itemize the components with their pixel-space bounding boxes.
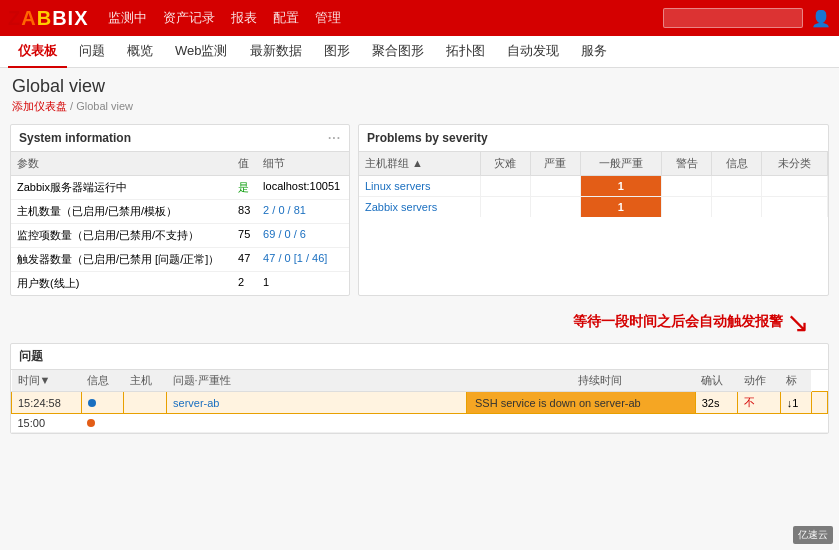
prob-sev-cell-0-0[interactable]: Linux servers: [359, 176, 480, 197]
prob-sev-cell-1-2: [530, 197, 580, 218]
logo: ZABBIX: [8, 7, 88, 30]
nav-reports[interactable]: 报表: [231, 9, 257, 27]
prob-sev-cell-1-3: 1: [580, 197, 662, 218]
problem-row: 15:24:58server-abSSH service is down on …: [12, 392, 828, 414]
problem-action: [780, 414, 811, 433]
prob-sev-cell-0-2: [530, 176, 580, 197]
problem-dot: [81, 392, 124, 414]
subnav-problems[interactable]: 问题: [69, 36, 115, 68]
subnav-graphs[interactable]: 图形: [314, 36, 360, 68]
sys-detail-3: 47 / 0 [1 / 46]: [257, 248, 349, 272]
prob-sev-col-2: 严重: [530, 152, 580, 176]
col-param: 参数: [11, 152, 232, 176]
host-group-link[interactable]: Zabbix servers: [365, 201, 437, 213]
problem-desc: SSH service is down on server-ab: [467, 392, 696, 414]
subnav-dashboard[interactable]: 仪表板: [8, 36, 67, 68]
sys-param-4: 用户数(线上): [11, 272, 232, 296]
col-time: 时间▼: [12, 370, 82, 392]
system-info-panel: System information ··· 参数 值 细节 Zabbix服务器…: [10, 124, 350, 296]
problem-duration: 32s: [695, 392, 738, 414]
problems-severity-header: Problems by severity: [359, 125, 828, 152]
problem-info: [124, 414, 167, 433]
search-input[interactable]: [663, 8, 803, 28]
subnav-latest[interactable]: 最新数据: [240, 36, 312, 68]
host-link[interactable]: server-ab: [173, 397, 219, 409]
col-duration: 持续时间: [572, 370, 695, 392]
col-action: 动作: [738, 370, 781, 392]
nav-assets[interactable]: 资产记录: [163, 9, 215, 27]
col-ack: 确认: [695, 370, 738, 392]
problems-severity-table: 主机群组 ▲灾难严重一般严重警告信息未分类 Linux servers1Zabb…: [359, 152, 828, 217]
breadcrumb-home[interactable]: 添加仪表盘: [12, 100, 67, 112]
nav-monitor[interactable]: 监测中: [108, 9, 147, 27]
page-title-bar: Global view 添加仪表盘 / Global view: [0, 68, 839, 118]
prob-sev-col-4: 警告: [662, 152, 712, 176]
sys-value-2: 75: [232, 224, 257, 248]
value-yes: 是: [238, 181, 249, 193]
subnav-web[interactable]: Web监测: [165, 36, 238, 68]
prob-sev-cell-1-0[interactable]: Zabbix servers: [359, 197, 480, 218]
nav-config[interactable]: 配置: [273, 9, 299, 27]
detail-link[interactable]: 2 / 0 / 81: [263, 204, 306, 216]
sys-param-1: 主机数量（已启用/已禁用/模板）: [11, 200, 232, 224]
prob-sev-col-5: 信息: [712, 152, 762, 176]
page-title: Global view: [12, 76, 827, 97]
col-value: 值: [232, 152, 257, 176]
problem-dot: [81, 414, 124, 433]
problem-time: 15:00: [12, 414, 82, 433]
prob-sev-col-1: 灾难: [480, 152, 530, 176]
breadcrumb-current: Global view: [76, 100, 133, 112]
col-empty4: [546, 370, 572, 392]
detail-link[interactable]: 69 / 0 / 6: [263, 228, 306, 240]
problem-ack[interactable]: 不: [738, 392, 781, 414]
col-host: 主机: [124, 370, 167, 392]
panel-dots[interactable]: ···: [328, 131, 341, 145]
prob-sev-col-0: 主机群组 ▲: [359, 152, 480, 176]
col-tag: 标: [780, 370, 811, 392]
col-empty3: [519, 370, 545, 392]
sys-detail-0: localhost:10051: [257, 176, 349, 200]
sub-navbar: 仪表板 问题 概览 Web监测 最新数据 图形 聚合图形 拓扑图 自动发现 服务: [0, 36, 839, 68]
prob-sev-cell-0-6: [762, 176, 828, 197]
system-info-header: System information ···: [11, 125, 349, 152]
problems-severity-title: Problems by severity: [367, 131, 488, 145]
detail-link[interactable]: 47 / 0 [1 / 46]: [263, 252, 327, 264]
prob-sev-col-6: 未分类: [762, 152, 828, 176]
subnav-topology[interactable]: 拓扑图: [436, 36, 495, 68]
subnav-composite[interactable]: 聚合图形: [362, 36, 434, 68]
subnav-overview[interactable]: 概览: [117, 36, 163, 68]
problems-list-table: 时间▼ 信息 主机 问题·严重性 持续时间 确认 动作 标 15:24:58se…: [11, 370, 828, 433]
problem-host[interactable]: server-ab: [167, 392, 467, 414]
sys-param-2: 监控项数量（已启用/已禁用/不支持）: [11, 224, 232, 248]
main-content: System information ··· 参数 值 细节 Zabbix服务器…: [0, 118, 839, 302]
sys-info-row: 监控项数量（已启用/已禁用/不支持）7569 / 0 / 6: [11, 224, 349, 248]
sys-detail-1: 2 / 0 / 81: [257, 200, 349, 224]
user-icon[interactable]: 👤: [811, 9, 831, 28]
problems-bottom-panel: 问题 时间▼ 信息 主机 问题·严重性 持续时间 确认 动作 标 15:24:5…: [10, 343, 829, 434]
prob-sev-cell-1-5: [712, 197, 762, 218]
sys-value-4: 2: [232, 272, 257, 296]
nav-admin[interactable]: 管理: [315, 9, 341, 27]
orange-dot-icon: [87, 419, 95, 427]
sys-detail-4: 1: [257, 272, 349, 296]
col-info: 信息: [81, 370, 124, 392]
arrow-down-icon: ↘: [786, 306, 809, 339]
prob-sev-cell-0-5: [712, 176, 762, 197]
prob-sev-row: Linux servers1: [359, 176, 828, 197]
sys-value-0: 是: [232, 176, 257, 200]
prob-sev-cell-0-1: [480, 176, 530, 197]
top-navbar: ZABBIX 监测中 资产记录 报表 配置 管理 👤: [0, 0, 839, 36]
sys-info-row: 主机数量（已启用/已禁用/模板）832 / 0 / 81: [11, 200, 349, 224]
top-nav-links: 监测中 资产记录 报表 配置 管理: [108, 9, 663, 27]
sys-info-row: 用户数(线上)21: [11, 272, 349, 296]
prob-sev-cell-1-4: [662, 197, 712, 218]
subnav-services[interactable]: 服务: [571, 36, 617, 68]
problem-host: [167, 414, 467, 433]
watermark: 亿速云: [793, 526, 833, 544]
problems-list-header: 时间▼ 信息 主机 问题·严重性 持续时间 确认 动作 标: [12, 370, 828, 392]
problem-ack: [738, 414, 781, 433]
host-group-link[interactable]: Linux servers: [365, 180, 430, 192]
subnav-discovery[interactable]: 自动发现: [497, 36, 569, 68]
problem-row: 15:00: [12, 414, 828, 433]
problem-action[interactable]: ↓1: [780, 392, 811, 414]
